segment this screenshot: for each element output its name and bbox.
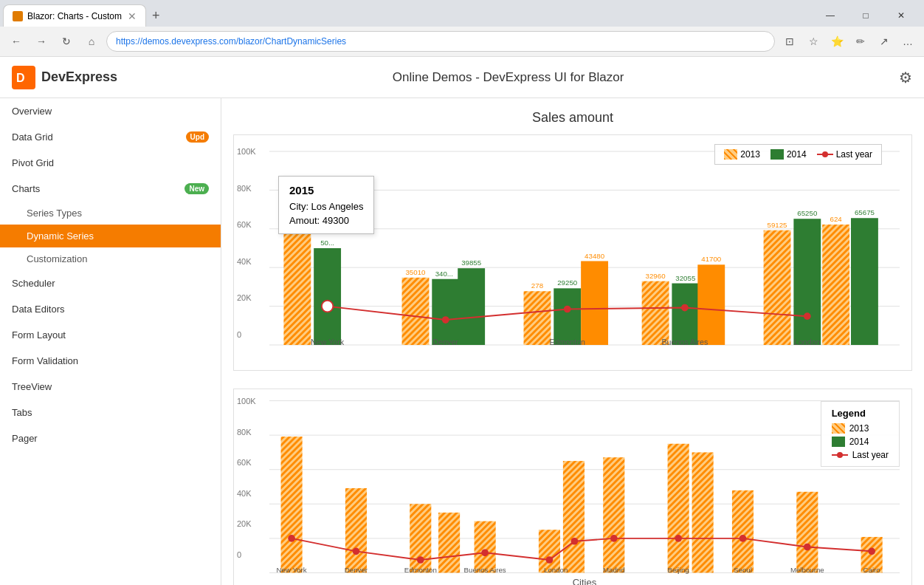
share-button[interactable]: ↗ [874,31,894,52]
bar-den-2014b [458,268,485,345]
svg-text:Buenos Aires: Buenos Aires [464,566,506,574]
notes-button[interactable]: ✏ [850,31,871,52]
city-label-den: Denver [433,338,459,346]
chart1-container: Sales amount 2013 2014 [233,110,912,371]
sidebar-item-series-types[interactable]: Series Types [0,202,221,225]
sidebar-item-form-layout[interactable]: Form Layout [0,322,221,348]
legend-swatch-2013 [724,149,737,160]
bar-den-2014 [432,279,459,345]
sidebar-item-treeview[interactable]: TreeView [0,374,221,400]
svg-text:35010: 35010 [405,268,426,276]
sidebar-item-scheduler[interactable]: Scheduler [0,270,221,296]
charts-badge: New [185,183,209,194]
sidebar-item-label: Charts [12,183,40,194]
legend-item-2013: 2013 [724,149,760,160]
point-ba [681,304,689,312]
legend-item-2014: 2014 [770,149,807,160]
more-button[interactable]: … [897,31,918,52]
maximize-button[interactable]: □ [849,4,883,27]
bar-ba-2013 [642,281,669,345]
bar-lon-2014 [793,219,821,345]
svg-text:Seoul: Seoul [734,566,752,574]
svg-rect-43 [563,461,585,572]
sidebar-item-data-editors[interactable]: Data Editors [0,296,221,322]
sidebar-item-overview[interactable]: Overview [0,98,221,124]
minimize-button[interactable]: — [813,4,847,27]
app-header: D DevExpress Online Demos - DevExpress U… [0,57,924,98]
svg-text:32960: 32960 [646,272,666,280]
sidebar-item-label: Pivot Grid [12,157,54,168]
main-content: Overview Data Grid Upd Pivot Grid Charts… [0,98,924,585]
sidebar-item-label: Data Editors [12,304,65,315]
svg-point-51 [353,547,360,555]
settings-icon[interactable]: ⚙ [899,69,912,86]
svg-point-50 [288,535,295,542]
c2-swatch-2014 [832,437,845,447]
svg-rect-41 [475,521,496,573]
forward-button[interactable]: → [31,31,52,52]
chart2-legend: Legend 2013 2014 Last year [821,401,900,467]
reader-mode-button[interactable]: ⊡ [779,31,800,52]
bar-edm-2013 [524,291,551,345]
svg-text:Madrid: Madrid [603,566,625,574]
tooltip-year: 2015 [289,184,363,196]
city-label-edm: Edmonton [549,338,585,346]
chart1-y-axis: 100K 80K 60K 40K 20K 0 [237,147,256,339]
sidebar-item-datagrid[interactable]: Data Grid Upd [0,124,221,150]
point-edm [564,306,571,313]
sidebar-sub-label: Dynamic Series [27,230,94,242]
c2-label-2013: 2013 [849,423,869,434]
bar-lon-2013 [764,230,791,345]
svg-text:Beijing: Beijing [668,566,689,574]
svg-text:London: London [544,566,568,574]
chart2-x-axis-label: Cities [269,577,900,585]
sidebar-item-charts[interactable]: Charts New [0,176,221,202]
sidebar-item-dynamic-series[interactable]: Dynamic Series [0,225,221,247]
active-tab[interactable]: Blazor: Charts - Custom ✕ [3,4,146,27]
sidebar-item-pager[interactable]: Pager [0,425,221,451]
address-bar: ← → ↻ ⌂ https://demos.devexpress.com/bla… [0,27,924,56]
c2-label-lastyear: Last year [852,450,889,460]
svg-rect-37 [281,437,303,572]
url-bar[interactable]: https://demos.devexpress.com/blazor/Char… [106,31,775,52]
collections-button[interactable]: ⭐ [827,31,847,52]
logo-text: DevExpress [41,69,117,85]
sidebar-item-customization[interactable]: Customization [0,247,221,270]
svg-text:Edmonton: Edmonton [404,566,437,574]
svg-text:Cairo: Cairo [863,566,880,574]
bar-edm-extra [581,261,608,345]
svg-point-28 [837,452,843,458]
svg-point-55 [571,538,579,545]
bar-lon-2014b [851,218,878,345]
chart2-legend-item-2013: 2013 [832,423,889,434]
home-button[interactable]: ⌂ [81,31,102,52]
refresh-button[interactable]: ↻ [56,31,77,52]
svg-text:278: 278 [531,281,543,290]
bookmark-button[interactable]: ☆ [803,31,824,52]
svg-text:50...: 50... [320,239,334,247]
sidebar-item-pivotgrid[interactable]: Pivot Grid [0,150,221,176]
new-tab-button[interactable]: + [146,8,166,24]
svg-text:39855: 39855 [461,259,481,267]
chart1-title: Sales amount [233,110,912,126]
bar-ba-extra [697,264,725,345]
logo: D DevExpress [12,66,117,89]
close-button[interactable]: ✕ [884,4,918,27]
point-ny-open [322,301,334,312]
sidebar-item-label: Data Grid [12,131,53,143]
svg-rect-40 [438,513,460,573]
city-label-ba: Buenos Aires [661,338,708,346]
svg-point-58 [739,535,747,542]
sidebar-item-label: Form Layout [12,329,66,341]
sidebar-item-tabs[interactable]: Tabs [0,400,221,425]
back-button[interactable]: ← [6,31,27,52]
tab-close-button[interactable]: ✕ [128,10,137,22]
sidebar-item-label: Scheduler [12,278,55,289]
chart2-legend-item-2014: 2014 [832,437,889,447]
tab-bar: Blazor: Charts - Custom ✕ + — □ ✕ [0,0,924,27]
sidebar-item-form-validation[interactable]: Form Validation [0,348,221,374]
svg-rect-46 [692,452,714,572]
svg-text:32055: 32055 [675,274,695,282]
legend-label-2014: 2014 [787,149,807,160]
c2-swatch-2013 [832,423,845,434]
